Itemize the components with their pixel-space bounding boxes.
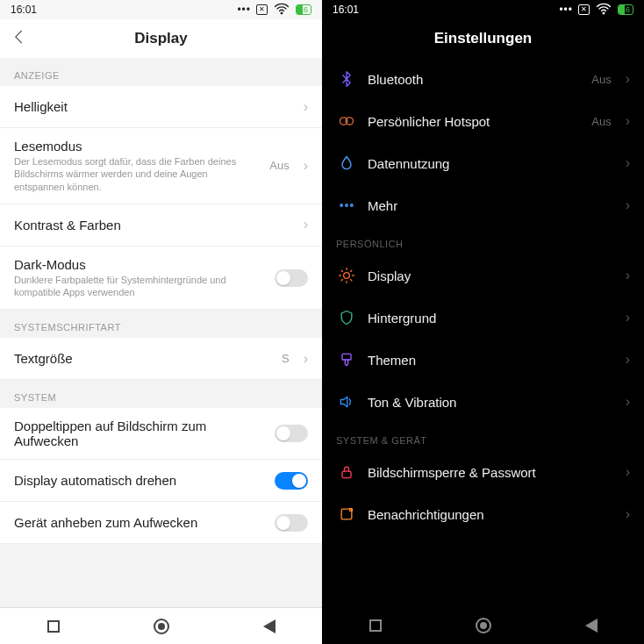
- dark-mode-toggle[interactable]: [275, 269, 308, 287]
- double-tap-toggle[interactable]: [275, 425, 308, 442]
- sun-icon: [336, 267, 357, 284]
- section-system: SYSTEM: [0, 380, 322, 408]
- back-nav-button[interactable]: [263, 619, 275, 633]
- status-time: 16:01: [333, 4, 359, 16]
- svg-point-7: [344, 273, 350, 279]
- lock-icon: [336, 463, 357, 481]
- row-helligkeit[interactable]: Helligkeit ›: [0, 86, 322, 128]
- section-systemschriftart: SYSTEMSCHRIFTART: [0, 310, 322, 338]
- chevron-right-icon: ›: [304, 217, 308, 233]
- chevron-right-icon: ›: [626, 506, 630, 522]
- row-kontrast[interactable]: Kontrast & Farben ›: [0, 204, 322, 247]
- volume-icon: [336, 393, 357, 411]
- svg-rect-17: [342, 471, 351, 478]
- row-benachrichtigungen[interactable]: Benachrichtigungen ›: [322, 493, 644, 535]
- row-label: Kontrast & Farben: [14, 218, 293, 233]
- back-button[interactable]: [11, 28, 28, 50]
- svg-point-4: [340, 204, 343, 207]
- android-nav-bar: [322, 607, 644, 644]
- row-doppeltippen[interactable]: Doppeltippen auf Bildschirm zum Aufwecke…: [0, 408, 322, 460]
- row-textgroesse[interactable]: Textgröße S ›: [0, 338, 322, 380]
- row-label: Helligkeit: [14, 99, 293, 114]
- chevron-right-icon: ›: [626, 268, 630, 283]
- row-label: Doppeltippen auf Bildschirm zum Aufwecke…: [14, 419, 264, 448]
- row-autorotate[interactable]: Display automatisch drehen: [0, 460, 322, 502]
- row-label: Persönlicher Hotspot: [368, 114, 581, 129]
- chevron-right-icon: ›: [304, 158, 308, 174]
- row-value: Aus: [591, 73, 611, 86]
- row-label: Bildschirmsperre & Passwort: [368, 465, 615, 480]
- shield-icon: [336, 309, 357, 326]
- status-time: 16:01: [11, 4, 37, 16]
- row-lesemodus[interactable]: Lesemodus Der Lesemodus sorgt dafür, das…: [0, 128, 322, 204]
- more-indicator: •••: [559, 4, 573, 16]
- page-title: Einstellungen: [434, 30, 532, 47]
- chevron-right-icon: ›: [304, 99, 308, 115]
- row-label: Textgröße: [14, 351, 271, 366]
- raise-to-wake-toggle[interactable]: [275, 514, 308, 532]
- row-mehr[interactable]: Mehr ›: [322, 184, 644, 226]
- row-label: Themen: [368, 353, 615, 368]
- svg-point-1: [603, 12, 605, 14]
- row-label: Dark-Modus: [14, 257, 264, 272]
- row-subtitle: Der Lesemodus sorgt dafür, dass die Farb…: [14, 155, 259, 193]
- settings-body: ANZEIGE Helligkeit › Lesemodus Der Lesem…: [0, 58, 322, 607]
- battery-icon: 46: [296, 4, 311, 15]
- chevron-right-icon: ›: [626, 310, 630, 326]
- row-datennutzung[interactable]: Datennutzung ›: [322, 142, 644, 184]
- chevron-right-icon: ›: [626, 155, 630, 171]
- row-value: S: [282, 352, 290, 365]
- recents-button[interactable]: [47, 620, 60, 633]
- section-anzeige: ANZEIGE: [0, 58, 322, 86]
- bluetooth-icon: [336, 70, 357, 88]
- chevron-right-icon: ›: [626, 352, 630, 368]
- row-label: Hintergrund: [368, 311, 615, 326]
- row-hotspot[interactable]: Persönlicher Hotspot Aus ›: [322, 100, 644, 142]
- svg-point-5: [346, 204, 348, 207]
- battery-icon: 46: [618, 4, 633, 15]
- section-persoenlich: PERSÖNLICH: [322, 226, 644, 254]
- row-bluetooth[interactable]: Bluetooth Aus ›: [322, 58, 644, 100]
- bell-icon: [336, 505, 357, 523]
- chevron-right-icon: ›: [626, 394, 630, 410]
- row-label: Bluetooth: [368, 72, 581, 87]
- chevron-right-icon: ›: [626, 197, 630, 213]
- svg-rect-16: [342, 354, 351, 360]
- nosim-icon: ✕: [256, 4, 268, 15]
- row-label: Gerät anheben zum Aufwecken: [14, 515, 264, 530]
- chevron-right-icon: ›: [626, 464, 630, 480]
- row-label: Ton & Vibration: [368, 395, 615, 410]
- more-indicator: •••: [237, 4, 251, 16]
- brush-icon: [336, 351, 357, 369]
- row-subtitle: Dunklere Farbpalette für Systemhintergrü…: [14, 274, 264, 299]
- auto-rotate-toggle[interactable]: [275, 472, 308, 490]
- svg-line-12: [341, 270, 342, 271]
- recents-button[interactable]: [369, 619, 382, 632]
- row-themen[interactable]: Themen ›: [322, 339, 644, 381]
- chevron-right-icon: ›: [626, 113, 630, 129]
- row-dark-modus[interactable]: Dark-Modus Dunklere Farbpalette für Syst…: [0, 247, 322, 311]
- row-raise-to-wake[interactable]: Gerät anheben zum Aufwecken: [0, 502, 322, 544]
- home-button[interactable]: [476, 618, 491, 633]
- row-label: Display: [368, 268, 615, 283]
- nosim-icon: ✕: [578, 4, 590, 15]
- hotspot-icon: [336, 112, 357, 130]
- row-hintergrund[interactable]: Hintergrund ›: [322, 297, 644, 339]
- home-button[interactable]: [154, 619, 169, 634]
- row-display[interactable]: Display ›: [322, 254, 644, 297]
- row-value: Aus: [591, 115, 611, 128]
- svg-point-6: [351, 204, 354, 207]
- display-settings-pane: 16:01 ••• ✕ 46 Display ANZEIGE Helligkei…: [0, 0, 322, 644]
- row-label: Display automatisch drehen: [14, 473, 264, 488]
- svg-line-14: [341, 280, 342, 281]
- drop-icon: [336, 154, 357, 172]
- row-ton-vibration[interactable]: Ton & Vibration ›: [322, 381, 644, 423]
- svg-line-13: [351, 280, 352, 281]
- row-label: Benachrichtigungen: [368, 507, 615, 522]
- back-nav-button[interactable]: [585, 619, 597, 633]
- row-label: Mehr: [368, 198, 615, 213]
- chevron-right-icon: ›: [626, 71, 630, 87]
- android-nav-bar: [0, 607, 322, 644]
- row-lockscreen[interactable]: Bildschirmsperre & Passwort ›: [322, 451, 644, 493]
- row-label: Datennutzung: [368, 156, 615, 171]
